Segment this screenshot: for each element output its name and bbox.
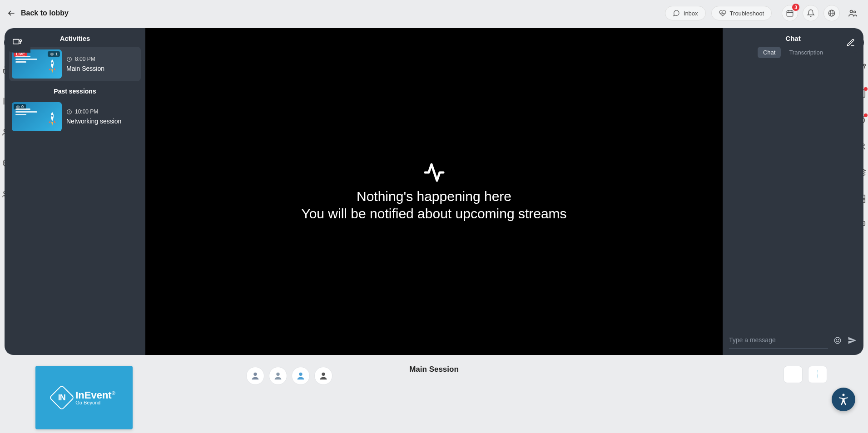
svg-point-25 — [51, 62, 53, 64]
calendar-icon — [786, 9, 794, 17]
avatar-icon — [318, 371, 328, 381]
session-title: Main Session — [66, 65, 104, 72]
past-sessions-label: Past sessions — [9, 88, 141, 95]
bell-button[interactable] — [803, 5, 819, 21]
speaker-avatar-2[interactable] — [269, 367, 287, 385]
emoji-button[interactable] — [833, 335, 843, 345]
svg-point-27 — [17, 106, 18, 107]
svg-point-34 — [863, 64, 865, 66]
troubleshoot-button[interactable]: Troubleshoot — [711, 6, 772, 20]
footer-session-title: Main Session — [409, 365, 459, 374]
tab-chat[interactable]: Chat — [758, 47, 781, 58]
chat-input[interactable] — [729, 332, 828, 349]
back-label: Back to lobby — [21, 9, 69, 17]
people-icon — [848, 8, 858, 18]
svg-point-30 — [834, 337, 841, 344]
svg-point-8 — [850, 10, 853, 13]
heart-pulse-icon — [719, 10, 726, 17]
session-time: 10:00 PM — [66, 108, 121, 115]
svg-point-57 — [843, 394, 845, 396]
video-stage: Nothing's happening here You will be not… — [145, 28, 723, 355]
svg-point-11 — [20, 39, 21, 41]
poll-dot-indicator — [864, 87, 868, 91]
session-time: 8:00 PM — [66, 56, 104, 62]
svg-rect-1 — [787, 11, 793, 16]
send-button[interactable] — [847, 335, 857, 345]
tab-transcription[interactable]: Transcription — [784, 47, 828, 58]
video-empty-line2: You will be notified about upcoming stre… — [301, 206, 566, 221]
speaker-avatar-1[interactable] — [246, 367, 264, 385]
question-dot-indicator — [864, 113, 868, 117]
svg-point-54 — [276, 373, 279, 376]
back-to-lobby-button[interactable]: Back to lobby — [7, 9, 69, 17]
svg-rect-10 — [13, 39, 19, 44]
brand-logo-card[interactable]: IN InEvent® Go Beyond — [35, 366, 133, 429]
sponsor-chip-2[interactable] — [808, 366, 827, 383]
avatar-icon — [296, 371, 306, 381]
sponsor-logo-icon — [817, 370, 818, 379]
presentation-icon — [12, 38, 22, 48]
inbox-button[interactable]: Inbox — [665, 6, 706, 20]
send-icon — [848, 336, 857, 345]
svg-point-56 — [322, 373, 325, 376]
brand-name: InEvent® — [75, 390, 115, 400]
svg-point-24 — [51, 54, 52, 54]
troubleshoot-label: Troubleshoot — [730, 10, 764, 17]
session-thumbnail: 0 — [12, 102, 62, 131]
svg-point-28 — [51, 115, 53, 117]
smile-icon — [833, 336, 842, 344]
notification-badge: 3 — [792, 4, 799, 11]
people-menu-button[interactable] — [844, 5, 861, 21]
accessibility-button[interactable] — [832, 388, 855, 411]
globe-icon — [828, 9, 836, 17]
activities-toggle[interactable] — [4, 33, 30, 53]
svg-point-32 — [838, 339, 839, 340]
notifications-button[interactable]: 3 — [782, 5, 798, 21]
svg-point-53 — [253, 373, 257, 376]
svg-point-55 — [299, 373, 302, 376]
sponsor-chip-1[interactable] — [784, 366, 803, 383]
video-empty-line1: Nothing's happening here — [357, 189, 511, 204]
globe-button[interactable] — [823, 5, 840, 21]
avatar-icon — [273, 371, 283, 381]
chat-bubble-icon — [673, 10, 680, 17]
session-title: Networking session — [66, 118, 121, 125]
chat-compose-toggle[interactable] — [838, 33, 864, 53]
chat-panel: Chat Chat Transcription — [723, 28, 863, 355]
speaker-avatar-4[interactable] — [314, 367, 332, 385]
activity-pulse-icon — [423, 162, 445, 183]
svg-point-31 — [836, 339, 837, 340]
chat-messages-area — [723, 62, 863, 327]
compose-icon — [846, 38, 855, 47]
viewer-count: 1 — [48, 51, 60, 57]
accessibility-icon — [837, 393, 850, 406]
svg-point-9 — [854, 11, 856, 13]
logo-mark-icon: IN — [49, 385, 75, 411]
brand-tagline: Go Beyond — [75, 400, 115, 406]
speaker-avatar-3[interactable] — [292, 367, 310, 385]
session-thumbnail: LIVE 1 — [12, 49, 62, 79]
arrow-left-icon — [7, 9, 15, 17]
activities-panel: Activities LIVE 1 8:00 PM Mai — [5, 28, 145, 355]
bell-icon — [807, 9, 815, 17]
inbox-label: Inbox — [684, 10, 698, 17]
session-card-networking[interactable]: 0 10:00 PM Networking session — [9, 99, 141, 134]
avatar-icon — [250, 371, 260, 381]
